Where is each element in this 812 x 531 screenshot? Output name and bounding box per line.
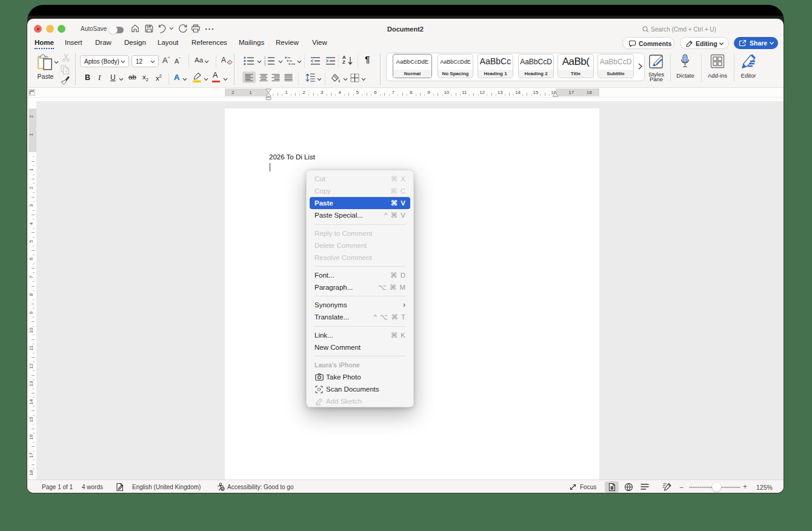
svg-text:2: 2 bbox=[264, 60, 266, 63]
svg-text:1: 1 bbox=[264, 56, 266, 59]
svg-text:3: 3 bbox=[264, 63, 266, 65]
